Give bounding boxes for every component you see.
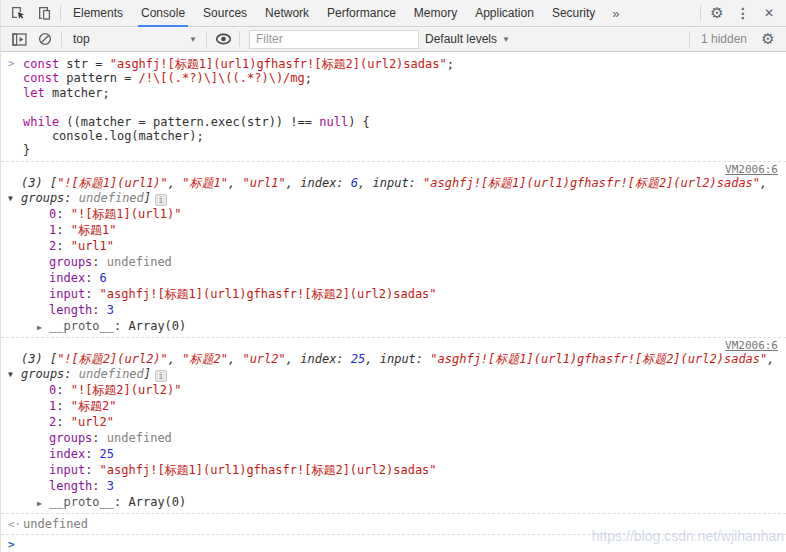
execution-context-selector[interactable]: top ▼ [65, 29, 203, 49]
console-message: VM2006:6 ▼(3) ["![标题2](url2)", "标题2", "u… [1, 337, 786, 513]
code-token: , index: [286, 352, 351, 366]
source-link[interactable]: VM2006:6 [725, 339, 778, 352]
code-token: "标题1" [182, 176, 228, 190]
console-prompt[interactable]: > [1, 534, 786, 552]
chevron-down-icon: ▼ [189, 35, 197, 44]
array-entries: 0: "![标题1](url1)"1: "标题1"2: "url1"groups… [1, 206, 786, 334]
executed-command[interactable]: > const str = "asghfj![标题1](url1)gfhasfr… [1, 52, 786, 161]
tab-application[interactable]: Application [466, 0, 543, 27]
tab-network[interactable]: Network [256, 0, 318, 27]
divider [689, 31, 690, 47]
expand-triangle-icon[interactable]: ▶ [37, 496, 49, 512]
property-value: "标题1" [71, 223, 117, 237]
tab-sources[interactable]: Sources [194, 0, 256, 27]
command-line: let matcher; [23, 86, 778, 100]
info-icon: i [155, 194, 167, 206]
collapse-triangle-icon[interactable]: ▼ [8, 191, 13, 206]
array-preview[interactable]: ▼(3) ["![标题1](url1)", "标题1", "url1", ind… [1, 176, 786, 206]
array-preview[interactable]: ▼(3) ["![标题2](url2)", "标题2", "url2", ind… [1, 352, 786, 382]
tree-row-__proto__[interactable]: ▶__proto__: Array(0) [1, 318, 786, 334]
expand-triangle-icon[interactable]: ▶ [37, 320, 49, 336]
property-key: __proto__ [49, 319, 114, 333]
code-token: /!\[(.*?)\]\((.*?)\)/mg [139, 71, 305, 85]
command-code: const str = "asghfj![标题1](url1)gfhasfr![… [23, 57, 778, 158]
code-token: matcher; [45, 86, 110, 100]
tree-row-length[interactable]: length: 3 [1, 478, 786, 494]
divider [60, 5, 61, 21]
console-sidebar-toggle-icon[interactable] [6, 27, 32, 51]
code-token: while [23, 115, 59, 129]
tree-row-groups[interactable]: groups: undefined [1, 430, 786, 446]
tab-performance[interactable]: Performance [318, 0, 405, 27]
prompt-chevron-icon: > [8, 538, 15, 551]
context-label: top [73, 32, 90, 46]
tree-row-input[interactable]: input: "asghfj![标题1](url1)gfhasfr![标题2](… [1, 462, 786, 478]
hidden-messages-count[interactable]: 1 hidden [693, 32, 755, 46]
evaluation-result: <· undefined [1, 513, 786, 534]
command-line: const pattern = /!\[(.*?)\]\((.*?)\)/mg; [23, 71, 778, 85]
tree-row-2[interactable]: 2: "url1" [1, 238, 786, 254]
more-panels-button[interactable]: » [604, 6, 627, 21]
code-token: let [23, 86, 45, 100]
code-token: "asghfj![标题1](url1)gfhasfr![标题2](url2)sa… [430, 352, 767, 366]
divider [239, 31, 240, 47]
tab-memory[interactable]: Memory [405, 0, 466, 27]
tab-elements[interactable]: Elements [64, 0, 132, 27]
code-token: , [168, 352, 182, 366]
command-line: } [23, 143, 778, 157]
kebab-menu-icon[interactable]: ⋮ [730, 1, 756, 25]
tab-console[interactable]: Console [132, 0, 194, 27]
property-value: "asghfj![标题1](url1)gfhasfr![标题2](url2)sa… [100, 463, 437, 477]
command-line: const str = "asghfj![标题1](url1)gfhasfr![… [23, 57, 778, 71]
tree-row-index[interactable]: index: 25 [1, 446, 786, 462]
collapse-triangle-icon[interactable]: ▼ [8, 367, 13, 382]
tree-row-1[interactable]: 1: "标题1" [1, 222, 786, 238]
tree-row-0[interactable]: 0: "![标题1](url1)" [1, 206, 786, 222]
inspect-element-icon[interactable] [5, 1, 31, 25]
tree-row-__proto__[interactable]: ▶__proto__: Array(0) [1, 494, 786, 510]
device-toolbar-icon[interactable] [31, 1, 57, 25]
property-value: undefined [107, 431, 172, 445]
filter-input[interactable] [249, 30, 419, 49]
code-token: "url1" [242, 176, 285, 190]
tree-row-groups[interactable]: groups: undefined [1, 254, 786, 270]
property-key: index [49, 271, 85, 285]
preview-text: (3) ["![标题2](url2)", "标题2", "url2", inde… [21, 352, 775, 381]
tree-row-length[interactable]: length: 3 [1, 302, 786, 318]
divider [61, 31, 62, 47]
result-marker-icon: <· [8, 517, 21, 533]
property-value: 6 [100, 271, 107, 285]
property-value: Array(0) [128, 319, 186, 333]
property-value: 3 [107, 303, 114, 317]
divider [206, 31, 207, 47]
tree-row-0[interactable]: 0: "![标题2](url2)" [1, 382, 786, 398]
tree-row-1[interactable]: 1: "标题2" [1, 398, 786, 414]
code-token: "![标题2](url2)" [57, 352, 168, 366]
tabbar-right-controls: ⚙ ⋮ ✕ [697, 1, 782, 25]
code-token: 25 [351, 352, 365, 366]
code-token: console.log(matcher); [23, 129, 204, 143]
code-token: const [23, 71, 59, 85]
code-token: undefined [79, 367, 144, 381]
code-token: , [228, 352, 242, 366]
clear-console-icon[interactable] [32, 27, 58, 51]
code-token: str = [59, 57, 110, 71]
tree-row-index[interactable]: index: 6 [1, 270, 786, 286]
close-devtools-icon[interactable]: ✕ [756, 1, 782, 25]
property-key: __proto__ [49, 495, 114, 509]
console-settings-gear-icon[interactable]: ⚙ [755, 27, 781, 51]
settings-gear-icon[interactable]: ⚙ [704, 1, 730, 25]
code-token: pattern = [59, 71, 138, 85]
code-token: , [228, 176, 242, 190]
property-key: groups [49, 255, 92, 269]
property-value: 3 [107, 479, 114, 493]
log-levels-dropdown[interactable]: Default levels ▼ [425, 32, 510, 46]
tree-row-2[interactable]: 2: "url2" [1, 414, 786, 430]
code-token: , [168, 176, 182, 190]
source-link[interactable]: VM2006:6 [725, 163, 778, 176]
tree-row-input[interactable]: input: "asghfj![标题1](url1)gfhasfr![标题2](… [1, 286, 786, 302]
live-expression-eye-icon[interactable] [210, 27, 236, 51]
console-message: VM2006:6 ▼(3) ["![标题1](url1)", "标题1", "u… [1, 161, 786, 337]
tab-security[interactable]: Security [543, 0, 604, 27]
panel-tabs: ElementsConsoleSourcesNetworkPerformance… [64, 0, 604, 27]
